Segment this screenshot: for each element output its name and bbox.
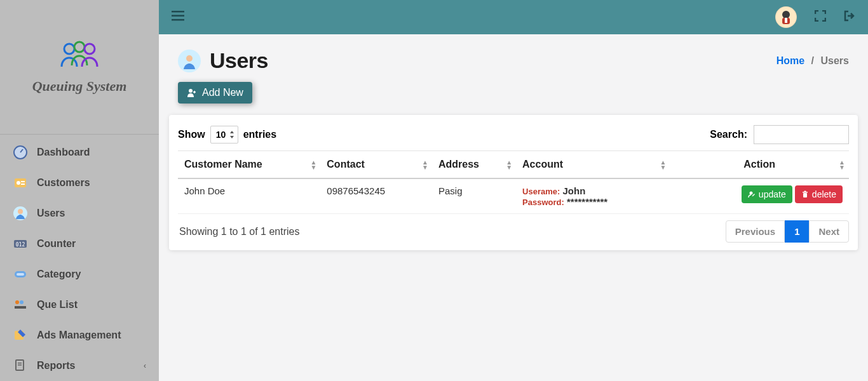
breadcrumb-home[interactable]: Home bbox=[776, 55, 804, 66]
dashboard-icon bbox=[13, 145, 28, 160]
sort-icon: ▲▼ bbox=[422, 160, 428, 170]
add-new-button[interactable]: Add New bbox=[178, 82, 252, 104]
users-table: Customer Name▲▼ Contact▲▼ Address▲▼ Acco… bbox=[178, 150, 849, 214]
category-icon bbox=[13, 267, 28, 282]
svg-text:012: 012 bbox=[16, 242, 25, 248]
svg-rect-32 bbox=[803, 192, 808, 193]
table-row: John Doe 09876543245 Pasig Userame: John… bbox=[178, 178, 849, 214]
svg-point-28 bbox=[186, 55, 193, 62]
page-previous[interactable]: Previous bbox=[726, 220, 785, 243]
sidebar-item-label: Category bbox=[37, 269, 81, 280]
svg-rect-21 bbox=[172, 11, 184, 13]
cell-action: update delete bbox=[670, 178, 849, 214]
sidebar-item-users[interactable]: Users bbox=[0, 198, 159, 229]
breadcrumb-sep: / bbox=[811, 55, 814, 66]
page-title: Users bbox=[210, 48, 268, 73]
length-select[interactable]: 10 bbox=[210, 126, 238, 144]
page-number[interactable]: 1 bbox=[785, 220, 809, 243]
svg-rect-19 bbox=[18, 363, 22, 364]
sidebar-item-que-list[interactable]: Que List bbox=[0, 290, 159, 320]
search-input[interactable] bbox=[754, 125, 849, 144]
sidebar-item-label: Dashboard bbox=[37, 147, 90, 158]
user-avatar[interactable] bbox=[775, 6, 797, 28]
svg-point-9 bbox=[18, 209, 23, 214]
user-plus-icon bbox=[187, 88, 197, 98]
trash-icon bbox=[801, 190, 809, 198]
col-customer-name[interactable]: Customer Name▲▼ bbox=[178, 151, 320, 179]
username-value: John bbox=[563, 185, 586, 196]
sidebar-item-dashboard[interactable]: Dashboard bbox=[0, 137, 159, 168]
sidebar-item-label: Users bbox=[37, 208, 65, 219]
col-address[interactable]: Address▲▼ bbox=[432, 151, 516, 179]
sidebar-item-category[interactable]: Category bbox=[0, 259, 159, 290]
que-list-icon bbox=[13, 297, 28, 312]
fullscreen-icon[interactable] bbox=[815, 10, 826, 24]
svg-rect-6 bbox=[21, 181, 25, 182]
menu-toggle-icon[interactable] bbox=[172, 11, 184, 23]
svg-point-5 bbox=[17, 181, 20, 185]
col-contact[interactable]: Contact▲▼ bbox=[320, 151, 432, 179]
topbar bbox=[159, 0, 868, 34]
logout-icon[interactable] bbox=[844, 10, 855, 24]
sidebar-item-label: Customers bbox=[37, 177, 90, 189]
svg-rect-23 bbox=[172, 19, 184, 21]
show-label: Show bbox=[178, 129, 205, 140]
svg-rect-20 bbox=[18, 364, 22, 366]
svg-rect-26 bbox=[785, 18, 787, 23]
search-label: Search: bbox=[710, 129, 747, 140]
cell-address: Pasig bbox=[432, 178, 516, 214]
sort-icon: ▲▼ bbox=[839, 160, 845, 170]
sidebar-item-customers[interactable]: Customers bbox=[0, 168, 159, 198]
svg-point-1 bbox=[74, 42, 85, 52]
table-info: Showing 1 to 1 of 1 entries bbox=[179, 226, 299, 237]
entries-label: entries bbox=[243, 129, 276, 140]
sort-icon: ▲▼ bbox=[660, 160, 666, 170]
svg-point-14 bbox=[15, 300, 19, 304]
users-card: Show 10 entries Search: Customer Name▲▼ … bbox=[169, 115, 858, 250]
main: Users Home / Users Add New Show 10 entri… bbox=[159, 0, 868, 381]
col-action[interactable]: Action▲▼ bbox=[670, 151, 849, 179]
sidebar-nav: Dashboard Customers Users 012 Counter Ca… bbox=[0, 134, 159, 381]
chevron-left-icon: ‹ bbox=[144, 361, 146, 370]
sort-icon: ▲▼ bbox=[506, 160, 512, 170]
header-row: Users Home / Users bbox=[159, 34, 868, 79]
svg-rect-16 bbox=[15, 306, 26, 309]
col-account[interactable]: Account▲▼ bbox=[516, 151, 670, 179]
username-label: Userame: bbox=[522, 187, 560, 196]
svg-rect-13 bbox=[17, 273, 24, 276]
sidebar-item-reports[interactable]: Reports ‹ bbox=[0, 351, 159, 381]
sidebar-item-counter[interactable]: 012 Counter bbox=[0, 229, 159, 259]
svg-point-24 bbox=[782, 11, 790, 18]
sidebar-item-label: Que List bbox=[37, 299, 78, 311]
page-next[interactable]: Next bbox=[809, 220, 849, 243]
pagination: Previous 1 Next bbox=[726, 220, 849, 243]
customers-icon bbox=[13, 175, 28, 190]
reports-icon bbox=[13, 358, 28, 373]
cell-account: Userame: John Password: *********** bbox=[516, 178, 670, 214]
cell-contact: 09876543245 bbox=[320, 178, 432, 214]
svg-rect-7 bbox=[21, 184, 25, 185]
sidebar-item-ads[interactable]: Ads Management bbox=[0, 320, 159, 351]
delete-button[interactable]: delete bbox=[795, 185, 843, 203]
svg-point-30 bbox=[749, 192, 752, 195]
search-control: Search: bbox=[710, 125, 849, 144]
password-value: *********** bbox=[567, 196, 607, 207]
counter-icon: 012 bbox=[13, 236, 28, 251]
app-name: Queuing System bbox=[32, 78, 127, 95]
password-label: Password: bbox=[522, 197, 564, 207]
update-button[interactable]: update bbox=[742, 185, 792, 203]
users-icon bbox=[13, 206, 28, 221]
user-edit-icon bbox=[748, 190, 756, 198]
sidebar-item-label: Counter bbox=[37, 238, 76, 250]
logo-area: Queuing System bbox=[0, 0, 159, 134]
sidebar-item-label: Reports bbox=[37, 360, 75, 371]
svg-rect-31 bbox=[803, 193, 807, 197]
svg-point-15 bbox=[20, 300, 24, 304]
ads-icon bbox=[13, 328, 28, 343]
sort-icon: ▲▼ bbox=[310, 160, 316, 170]
svg-rect-33 bbox=[804, 191, 806, 192]
cell-name: John Doe bbox=[178, 178, 320, 214]
svg-point-29 bbox=[189, 89, 193, 93]
breadcrumb-current: Users bbox=[821, 55, 849, 66]
sidebar: Queuing System Dashboard Customers Users… bbox=[0, 0, 159, 381]
